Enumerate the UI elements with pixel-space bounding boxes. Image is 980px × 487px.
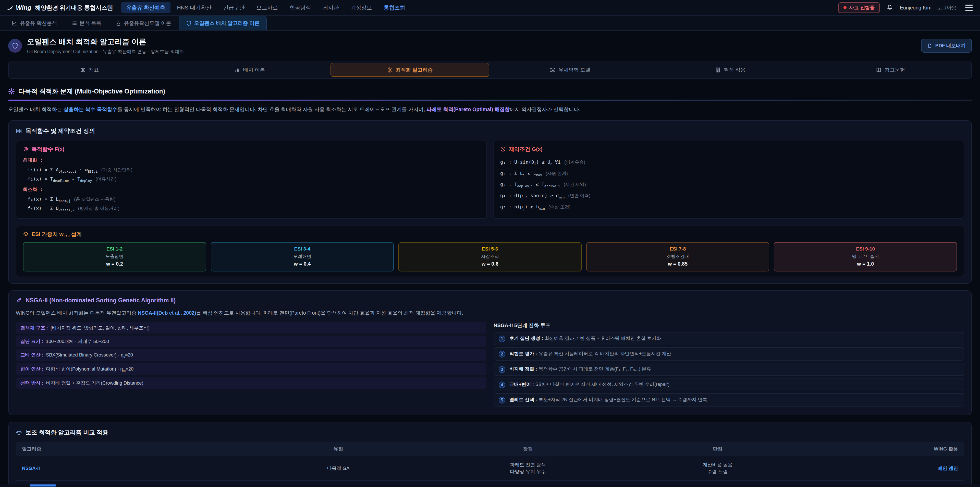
card-title: 목적함수 및 제약조건 정의 <box>16 127 964 135</box>
section-heading-text: 다목적 최적화 문제 (Multi-Objective Optimization… <box>18 87 165 96</box>
horizontal-scrollbar-thumb[interactable] <box>30 484 56 487</box>
intro-text: 오일펜스 배치 최적화는 <box>8 107 64 112</box>
step-description: 확산예측 결과 기반 샘플 + 휴리스틱 배치안 혼합 초기화 <box>545 335 661 341</box>
evolution-step: 4 교배+변이 :SBX + 다항식 변이로 자식 세대 생성. 제약조건 위반… <box>493 378 964 391</box>
formula-note: (시간 제약) <box>564 181 586 187</box>
section-tab-label: 유체역학 모델 <box>558 66 590 73</box>
nav-item-label: 유출유 확산예측 <box>126 5 165 10</box>
formula-note: (총 오일펜스 사용량) <box>74 196 115 202</box>
evolution-step: 3 비지배 정렬 :목적함수 공간에서 파레토 전면 계층(F₁, F₂, F₃… <box>493 362 964 376</box>
tab-references[interactable]: 참고문헌 <box>811 63 970 77</box>
nav-item[interactable]: 게시판 <box>318 2 344 13</box>
wing-logo-icon <box>6 4 13 11</box>
app-brand[interactable]: Wing 해양환경 위기대응 통합시스템 <box>6 4 113 12</box>
esi-range: ESI 9-10 <box>776 246 955 252</box>
hamburger-icon <box>965 7 973 8</box>
esi-weight-box: ESI 7-8 갯벌조간대 w = 0.85 <box>586 242 770 271</box>
nsga-desc-text: WING의 오일펜스 배치 최적화는 다목적 유전알고리즘 <box>16 310 138 316</box>
nav-item[interactable]: 기상정보 <box>345 2 377 13</box>
column-header-wing-usage: WING 활용 <box>812 442 964 457</box>
constraint-row: g₂ : Σ Lj ≤ Lmax (자원 한계) <box>500 168 957 179</box>
tab-boom-deployment-algorithm-theory[interactable]: 오일펜스 배치 알고리즘 이론 <box>179 16 267 30</box>
hamburger-menu-button[interactable] <box>964 6 974 10</box>
nav-item[interactable]: HNS·대기확산 <box>172 2 217 13</box>
nav-item-label: 통합조회 <box>384 5 405 10</box>
tab-field-application[interactable]: 현장 적용 <box>651 63 810 77</box>
formula-row: f₂(x) = Tdeadline - Tdeploy (여유시간) <box>23 175 480 184</box>
esi-range: ESI 7-8 <box>589 246 767 252</box>
layers-icon <box>23 232 29 237</box>
formula: f₃(x) = Σ Lboom,j <box>27 196 70 203</box>
bell-icon <box>886 4 893 11</box>
esi-weight-value: w = 0.6 <box>401 261 579 267</box>
parameter-row: 선택 방식 : 비지배 정렬 + 혼잡도 거리(Crowding Distanc… <box>16 377 487 389</box>
tab-deployment-theory[interactable]: 배치 이론 <box>170 63 329 77</box>
nsga-parameters-list: 염색체 구조 : [배치지점 위도, 방향각도, 길이, 형태, 세부조석] 집… <box>16 322 487 409</box>
tab-diffusion-model-theory[interactable]: 유출유확산모델 이론 <box>109 16 178 30</box>
page-title: 오일펜스 배치 최적화 알고리즘 이론 <box>27 37 184 47</box>
parameter-value: 100~200개체 · 세대수 50~200 <box>46 338 109 345</box>
tab-spill-diffusion-analysis[interactable]: 유출유 확산분석 <box>5 16 64 30</box>
two-column-layout: 목적함수 F(x) 최대화 : f₁(x) = Σ Ablocked,i · w… <box>16 140 964 219</box>
tab-overview[interactable]: 개요 <box>10 63 169 77</box>
panel-title-text: ESI 가중치 wESI 설계 <box>32 231 82 238</box>
parameter-row: 변이 연산 : 다항식 변이(Polynomial Mutation) · ηm… <box>16 363 487 375</box>
formula-note: (가중 차단면적) <box>101 167 132 173</box>
constraint-row: g₃ : Tdeploy,i ≤ Tarrive,i (시간 제약) <box>500 179 957 190</box>
nav-item[interactable]: 보고자료 <box>251 2 283 13</box>
ban-icon <box>500 146 506 152</box>
formula-note: (연안 이격) <box>568 193 590 199</box>
notification-bell-button[interactable] <box>885 3 894 12</box>
intro-text: 를 동시에 만족해야 하는 전형적인 다목적 최적화 문제입니다. 차단 효율 … <box>118 107 426 112</box>
nav-item[interactable]: 항공탐색 <box>285 2 316 13</box>
constraint-row: g₅ : h(pj) ≥ hmin (수심 조건) <box>500 201 957 213</box>
user-name: Eunjeong Kim <box>900 5 932 11</box>
tab-hydrodynamic-model[interactable]: 유체역학 모델 <box>491 63 649 77</box>
section-tab-label: 현장 적용 <box>724 66 746 73</box>
nsga-description: WING의 오일펜스 배치 최적화는 다목적 유전알고리즘 NSGA-II(De… <box>16 309 964 317</box>
card-title: NSGA-II (Non-dominated Sorting Genetic A… <box>16 297 964 304</box>
book-icon <box>876 67 881 73</box>
incident-status-badge[interactable]: 사고 진행중 <box>838 2 880 13</box>
tab-optimization-algorithm[interactable]: 최적화 알고리즘 <box>331 63 489 77</box>
intro-highlight-objectives: 상충하는 복수 목적함수 <box>64 107 118 112</box>
evolution-loop-title: NSGA-II 5단계 진화 루프 <box>493 322 964 329</box>
formula: g₃ : Tdeploy,i ≤ Tarrive,i <box>500 182 560 188</box>
table-row[interactable]: NSGA-II 다목적 GA 파레토 전면 탐색 다양성 유지 우수 계산비용 … <box>16 457 964 481</box>
page-subtitle: Oil Boom Deployment Optimization · 유출유 확… <box>27 48 184 55</box>
gear-icon <box>387 67 393 73</box>
brand-name: Wing <box>16 4 32 11</box>
card-title: 보조 최적화 알고리즘 비교 적용 <box>16 428 964 436</box>
algorithm-comparison-card: 보조 최적화 알고리즘 비교 적용 알고리즘 유형 장점 단점 WING 활용 … <box>8 422 972 487</box>
step-description: 유출유 확산 시뮬레이터로 각 배치안의 차단면적+도달시간 계산 <box>538 351 671 356</box>
table-header: 알고리즘 유형 장점 단점 WING 활용 <box>16 442 964 457</box>
esi-weight-box: ESI 3-4 모래해변 w = 0.4 <box>211 242 394 271</box>
tab-analysis-list[interactable]: 분석 목록 <box>65 16 108 30</box>
rocket-icon <box>16 297 22 303</box>
wing-usage-cell: 메인 엔진 <box>812 457 964 481</box>
formula-note: (여유시간) <box>95 176 116 182</box>
esi-weight-value: w = 0.2 <box>25 261 204 267</box>
parameter-row: 교배 연산 : SBX(Simulated Binary Crossover) … <box>16 349 487 361</box>
flask-icon <box>116 21 121 26</box>
objective-function-panel: 목적함수 F(x) 최대화 : f₁(x) = Σ Ablocked,i · w… <box>16 140 487 219</box>
panel-title: 제약조건 G(x) <box>500 145 957 153</box>
step-label: 적합도 평가 : <box>509 351 537 356</box>
target-icon <box>23 146 29 152</box>
formula-note: (자원 한계) <box>546 170 568 176</box>
panel-title: ESI 가중치 wESI 설계 <box>23 231 957 238</box>
esi-shore-type: 맹그로브습지 <box>776 253 955 259</box>
nav-item[interactable]: 유출유 확산예측 <box>121 2 170 13</box>
esi-weight-value: w = 0.4 <box>213 261 391 267</box>
nav-item[interactable]: 긴급구난 <box>218 2 250 13</box>
section-tab-label: 배치 이론 <box>243 66 265 73</box>
formula: g₄ : d(pj, shore) ≥ dmin <box>500 193 565 199</box>
step-text: 엘리트 선택 :부모+자식 2N 집단에서 비지배 정렬+혼잡도 기준으로 N개… <box>509 396 707 403</box>
nav-item[interactable]: 통합조회 <box>379 2 410 13</box>
parameter-label: 선택 방식 : <box>21 380 43 386</box>
constraint-row: g₁ : U·sin(θi) ≤ Uc ∀i (임계유속) <box>500 157 957 168</box>
card-title-text: 보조 최적화 알고리즘 비교 적용 <box>25 428 108 436</box>
logout-link[interactable]: 로그아웃 <box>937 4 956 11</box>
column-header-algorithm: 알고리즘 <box>16 442 243 457</box>
pdf-export-button[interactable]: PDF 내보내기 <box>921 39 972 53</box>
